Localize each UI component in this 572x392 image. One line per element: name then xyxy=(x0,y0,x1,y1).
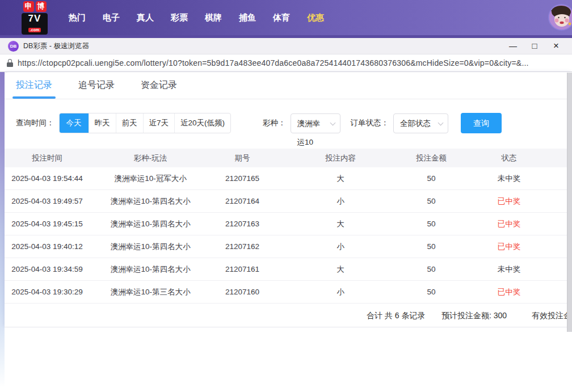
cell-content: 小 xyxy=(274,287,407,297)
logo-badge-shen: 申 xyxy=(23,1,34,12)
cell-issue: 21207164 xyxy=(211,197,274,205)
cell-issue: 21207160 xyxy=(211,288,274,296)
status-badge: 已中奖 xyxy=(455,219,563,229)
tab-chase-records[interactable]: 追号记录 xyxy=(78,79,115,99)
summary-valid-amount: 有效投注金 xyxy=(532,304,571,327)
window-title: DB彩票 - 极速浏览器 xyxy=(23,41,89,51)
search-button[interactable]: 查询 xyxy=(461,113,502,133)
cell-content: 小 xyxy=(274,242,407,252)
logo-7v-box: 7V .com xyxy=(22,13,48,35)
col-header-amount: 投注金额 xyxy=(407,153,455,163)
cell-content: 小 xyxy=(274,196,407,206)
lock-icon xyxy=(7,59,13,67)
cell-content: 大 xyxy=(274,174,407,184)
table-row: 2025-04-03 19:45:15 澳洲幸运10-第四名大小 2120716… xyxy=(5,213,567,235)
order-status-value: 全部状态 xyxy=(400,119,431,128)
col-header-game: 彩种-玩法 xyxy=(90,153,211,163)
close-icon[interactable]: × xyxy=(552,41,561,50)
cell-time: 2025-04-03 19:30:29 xyxy=(5,288,90,296)
summary-total-count: 合计 共 6 条记录 xyxy=(367,304,425,327)
content-card: 投注记录 追号记录 资金记录 查询时间： 今天 昨天 前天 近7天 近20天(低… xyxy=(5,72,572,327)
cell-amount: 50 xyxy=(407,242,455,251)
time-range-group: 今天 昨天 前天 近7天 近20天(低频) xyxy=(59,113,232,133)
cell-time: 2025-04-03 19:34:59 xyxy=(5,265,90,273)
cell-issue: 21207162 xyxy=(211,242,274,251)
time-filter-label: 查询时间： xyxy=(16,118,54,128)
time-option-yesterday[interactable]: 昨天 xyxy=(89,113,116,133)
cell-time: 2025-04-03 19:54:44 xyxy=(5,174,90,183)
tab-bet-records[interactable]: 投注记录 xyxy=(16,79,52,99)
cell-issue: 21207163 xyxy=(211,220,274,228)
url-text[interactable]: https://ctopcp02pcali.uengi5e.com/lotter… xyxy=(18,58,529,68)
cell-game: 澳洲幸运10-第四名大小 xyxy=(90,196,211,206)
logo-7v-text: 7V xyxy=(22,14,48,23)
avatar-image xyxy=(549,5,572,29)
page-scrollbar[interactable] xyxy=(567,73,572,332)
table-header-row: 投注时间 彩种-玩法 期号 投注内容 投注金额 状态 xyxy=(5,149,567,167)
time-option-20days[interactable]: 近20天(低频) xyxy=(174,113,230,133)
nav-item-slots[interactable]: 电子 xyxy=(94,12,128,23)
cell-issue: 21207165 xyxy=(211,174,274,183)
cell-issue: 21207161 xyxy=(211,265,274,273)
nav-item-board[interactable]: 棋牌 xyxy=(196,12,230,23)
record-tabs: 投注记录 追号记录 资金记录 xyxy=(5,72,572,99)
table-row: 2025-04-03 19:54:44 澳洲幸运10-冠军大小 21207165… xyxy=(5,167,567,190)
maximize-icon[interactable]: □ xyxy=(530,41,539,50)
site-logo[interactable]: 申 博 7V .com xyxy=(20,1,49,35)
cell-content: 大 xyxy=(274,264,407,275)
cell-time: 2025-04-03 19:45:15 xyxy=(5,220,90,228)
cell-game: 澳洲幸运10-第四名大小 xyxy=(90,219,211,229)
main-nav: 热门 电子 真人 彩票 棋牌 捕鱼 体育 优惠 xyxy=(60,12,333,23)
nav-item-sports[interactable]: 体育 xyxy=(264,12,298,23)
filter-bar: 查询时间： 今天 昨天 前天 近7天 近20天(低频) 彩种： 澳洲幸运10 订… xyxy=(16,113,572,133)
cell-amount: 50 xyxy=(407,174,455,183)
chevron-down-icon xyxy=(330,120,335,125)
nav-item-promo[interactable]: 优惠 xyxy=(298,12,333,23)
bet-records-table: 投注时间 彩种-玩法 期号 投注内容 投注金额 状态 2025-04-03 19… xyxy=(5,149,567,327)
order-status-select[interactable]: 全部状态 xyxy=(393,113,448,133)
cell-amount: 50 xyxy=(407,288,455,296)
status-badge: 未中奖 xyxy=(455,174,563,184)
col-header-status: 状态 xyxy=(455,153,563,163)
table-row: 2025-04-03 19:49:57 澳洲幸运10-第四名大小 2120716… xyxy=(5,190,567,213)
col-header-time: 投注时间 xyxy=(5,153,90,163)
status-filter-label: 订单状态： xyxy=(351,118,389,128)
cell-amount: 50 xyxy=(407,220,455,228)
user-avatar[interactable] xyxy=(548,4,572,31)
summary-expected-amount: 预计投注金额: 300 xyxy=(441,304,507,327)
status-badge: 已中奖 xyxy=(455,287,563,297)
nav-item-fishing[interactable]: 捕鱼 xyxy=(230,12,264,23)
nav-item-hot[interactable]: 热门 xyxy=(60,12,94,23)
nav-item-live[interactable]: 真人 xyxy=(128,12,162,23)
cell-game: 澳洲幸运10-第四名大小 xyxy=(90,242,211,252)
nav-item-lottery[interactable]: 彩票 xyxy=(162,12,196,23)
url-bar[interactable]: https://ctopcp02pcali.uengi5e.com/lotter… xyxy=(0,54,572,72)
chevron-down-icon xyxy=(438,120,444,125)
table-row: 2025-04-03 19:34:59 澳洲幸运10-第四名大小 2120716… xyxy=(5,258,567,281)
logo-badges: 申 博 xyxy=(23,1,47,12)
browser-title-bar: DB DB彩票 - 极速浏览器 — □ × xyxy=(0,38,572,54)
status-badge: 已中奖 xyxy=(455,242,563,252)
cell-game: 澳洲幸运10-第四名大小 xyxy=(90,264,211,275)
cell-time: 2025-04-03 19:49:57 xyxy=(5,197,90,205)
logo-badge-bo: 博 xyxy=(36,1,47,12)
cell-amount: 50 xyxy=(407,265,455,273)
table-row: 2025-04-03 19:40:12 澳洲幸运10-第四名大小 2120716… xyxy=(5,235,567,258)
minimize-icon[interactable]: — xyxy=(508,41,518,50)
col-header-content: 投注内容 xyxy=(274,153,407,163)
tab-fund-records[interactable]: 资金记录 xyxy=(141,79,177,99)
time-option-daybefore[interactable]: 前天 xyxy=(116,113,143,133)
table-row: 2025-04-03 19:30:29 澳洲幸运10-第三名大小 2120716… xyxy=(5,281,567,304)
cell-game: 澳洲幸运10-第三名大小 xyxy=(90,287,211,297)
time-option-today[interactable]: 今天 xyxy=(60,113,89,133)
lottery-filter-label: 彩种： xyxy=(263,118,286,128)
time-option-7days[interactable]: 近7天 xyxy=(143,113,175,133)
cell-time: 2025-04-03 19:40:12 xyxy=(5,242,90,251)
page-background-gradient xyxy=(0,72,5,387)
table-summary-row: 合计 共 6 条记录 预计投注金额: 300 有效投注金 xyxy=(5,304,567,327)
browser-favicon-icon: DB xyxy=(8,41,19,52)
lottery-select[interactable]: 澳洲幸运10 xyxy=(291,113,340,133)
site-header: 申 博 7V .com 热门 电子 真人 彩票 棋牌 捕鱼 体育 优惠 xyxy=(0,0,572,35)
cell-content: 大 xyxy=(274,219,407,229)
col-header-issue: 期号 xyxy=(211,153,274,163)
